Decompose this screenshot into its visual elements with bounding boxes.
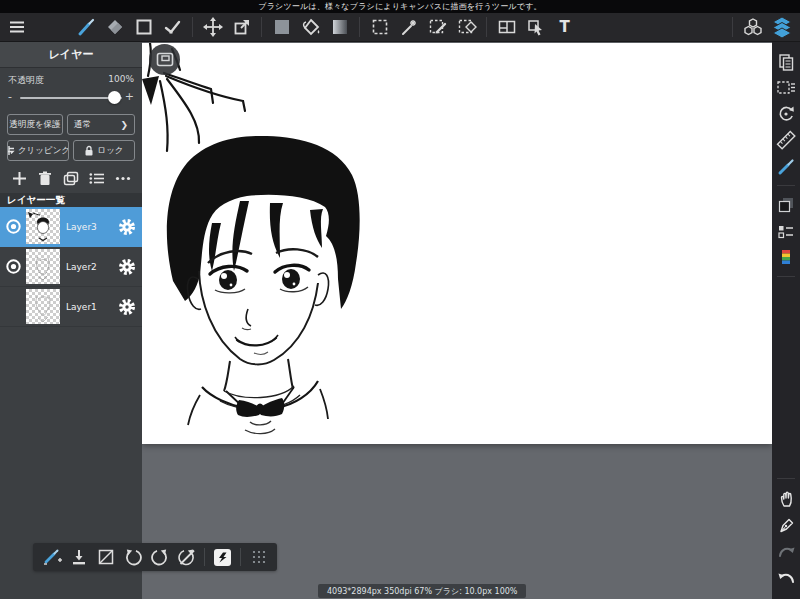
duplicate-layer-icon[interactable] — [62, 169, 80, 187]
text-tool-icon: T — [559, 18, 569, 36]
visibility-toggle[interactable] — [0, 218, 26, 235]
layer-settings-button[interactable] — [112, 217, 142, 237]
layers-panel-button[interactable] — [769, 15, 794, 40]
lock-button[interactable]: ロック — [73, 140, 135, 161]
select-pen-icon — [428, 17, 448, 37]
notification-text: ブラシツールは、様々なブラシによりキャンバスに描画を行うツールです。 — [258, 1, 542, 12]
selection-panel-button[interactable] — [773, 75, 799, 101]
layer-thumbnail[interactable] — [26, 289, 60, 324]
pen-nib-icon — [777, 515, 795, 533]
rotate-cw-button[interactable] — [147, 545, 172, 569]
undo-button[interactable] — [773, 563, 799, 589]
clipping-button[interactable]: クリッピング — [7, 140, 69, 161]
magic-wand-button[interactable] — [396, 15, 421, 40]
eraser-tool-icon — [105, 17, 125, 37]
move-tool-button[interactable] — [200, 15, 225, 40]
bucket-tool-icon — [301, 17, 321, 37]
gradient-tool-button[interactable] — [327, 15, 352, 40]
operation-tool-button[interactable] — [523, 15, 548, 40]
snap-panel-button[interactable] — [773, 218, 799, 244]
pen-cursor-button[interactable] — [773, 511, 799, 537]
swatch-panel-button[interactable] — [773, 192, 799, 218]
layer-thumbnail[interactable] — [26, 249, 60, 284]
snap-list-icon — [777, 224, 795, 239]
save-icon — [70, 548, 88, 566]
visibility-toggle[interactable] — [0, 258, 26, 275]
hand-icon — [778, 489, 795, 507]
drawing-canvas[interactable] — [142, 43, 772, 444]
more-options-icon[interactable] — [114, 169, 132, 187]
layer-row-layer1[interactable]: Layer1 — [0, 287, 142, 327]
hide-panels-button[interactable] — [149, 44, 180, 75]
fill-swatch-button[interactable] — [269, 15, 294, 40]
select-eraser-button[interactable] — [454, 15, 479, 40]
panel-divide-icon — [497, 18, 517, 36]
ruler-button[interactable] — [773, 127, 799, 153]
delete-layer-icon[interactable] — [36, 169, 54, 187]
layer-thumbnail[interactable] — [26, 209, 60, 244]
magic-wand-icon — [399, 17, 419, 37]
redo-icon — [777, 543, 796, 558]
text-tool-button[interactable]: T — [552, 15, 577, 40]
opacity-slider-knob[interactable] — [108, 91, 121, 104]
brush-material-button[interactable] — [773, 153, 799, 179]
canvas-artwork — [142, 43, 772, 445]
save-button[interactable] — [66, 545, 91, 569]
invert-view-button[interactable] — [210, 545, 235, 569]
palette-panel-button[interactable] — [773, 244, 799, 270]
select-eraser-icon — [457, 17, 477, 37]
rotate-ccw-button[interactable] — [120, 545, 145, 569]
add-layer-icon[interactable] — [10, 169, 28, 187]
opacity-increase-button[interactable]: + — [125, 90, 134, 103]
fill-swatch-icon — [273, 18, 291, 36]
rotate-reset-button[interactable] — [773, 101, 799, 127]
opacity-slider[interactable]: - + — [8, 89, 134, 107]
undo-icon — [777, 569, 796, 584]
blend-mode-button[interactable]: 通常 ❯ — [67, 114, 135, 135]
grid-button[interactable] — [246, 545, 271, 569]
shape-tool-button[interactable] — [131, 15, 156, 40]
clipping-icon — [7, 145, 15, 156]
eye-icon — [5, 258, 22, 275]
layer-panel: レイヤー 不透明度 100% - + 透明度を保護 通常 ❯ — [0, 41, 142, 599]
main-toolbar: T — [0, 13, 800, 42]
material-panel-button[interactable] — [740, 15, 765, 40]
flip-button[interactable] — [93, 545, 118, 569]
right-sidebar — [772, 41, 800, 599]
layer-name: Layer2 — [60, 262, 112, 272]
layer-list-icon[interactable] — [88, 169, 106, 187]
canvas-area[interactable] — [142, 41, 772, 599]
hand-tool-button[interactable] — [773, 485, 799, 511]
rotate-off-button[interactable] — [174, 545, 199, 569]
panel-divide-button[interactable] — [494, 15, 519, 40]
eraser-tool-button[interactable] — [102, 15, 127, 40]
material-icon — [742, 17, 764, 37]
layer-settings-button[interactable] — [112, 257, 142, 277]
pages-panel-button[interactable] — [773, 49, 799, 75]
polyline-tool-button[interactable] — [160, 15, 185, 40]
shape-tool-icon — [135, 18, 153, 36]
select-rect-icon — [371, 18, 389, 36]
select-pen-button[interactable] — [425, 15, 450, 40]
transform-tool-button[interactable] — [229, 15, 254, 40]
brush-tool-button[interactable] — [73, 15, 98, 40]
brush-add-button[interactable] — [39, 545, 64, 569]
redo-button[interactable] — [773, 537, 799, 563]
gear-icon — [117, 257, 137, 277]
brush-add-icon — [41, 547, 63, 567]
menu-button[interactable] — [4, 15, 29, 40]
opacity-slider-track[interactable] — [20, 97, 122, 99]
opacity-value: 100% — [108, 74, 134, 87]
rotate-ccw-icon — [124, 548, 142, 566]
notification-bar: ブラシツールは、様々なブラシによりキャンバスに描画を行うツールです。 — [0, 0, 800, 13]
layer-name: Layer1 — [60, 302, 112, 312]
layer-row-layer2[interactable]: Layer2 — [0, 247, 142, 287]
canvas-status-bar: 4093*2894px 350dpi 67% ブラシ: 10.0px 100% — [318, 584, 526, 598]
protect-alpha-button[interactable]: 透明度を保護 — [7, 114, 63, 135]
opacity-decrease-button[interactable]: - — [8, 90, 12, 103]
select-tool-button[interactable] — [367, 15, 392, 40]
layer-settings-button[interactable] — [112, 297, 142, 317]
gear-icon — [117, 217, 137, 237]
bucket-tool-button[interactable] — [298, 15, 323, 40]
layer-row-layer3[interactable]: Layer3 — [0, 207, 142, 247]
